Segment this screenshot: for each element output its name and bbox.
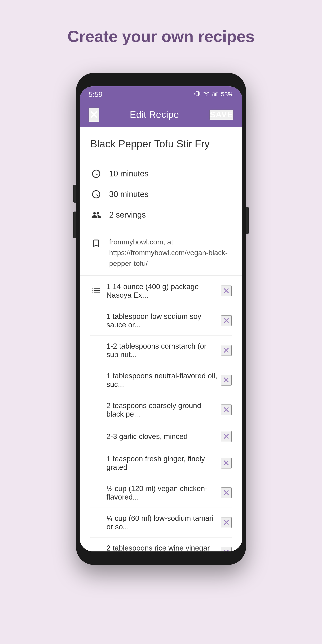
ingredient-delete-button[interactable]: ✕ — [221, 404, 232, 415]
prep-time-value: 10 minutes — [109, 169, 148, 178]
ingredient-text: 2 teaspoons coarsely ground black pe... — [106, 402, 217, 418]
ingredient-delete-button[interactable]: ✕ — [221, 488, 232, 498]
ingredient-text: 1 14-ounce (400 g) package Nasoya Ex... — [106, 282, 217, 300]
ingredient-text: 1 teaspoon fresh ginger, finely grated — [106, 454, 217, 472]
delete-icon: ✕ — [223, 548, 230, 552]
status-time: 5:59 — [88, 90, 102, 98]
delete-icon: ✕ — [223, 375, 230, 385]
servings-value: 2 servings — [109, 210, 146, 220]
ingredient-text: 1 tablespoon low sodium soy sauce or... — [106, 312, 217, 329]
bookmark-icon — [90, 238, 102, 249]
ingredient-row: 2 teaspoons coarsely ground black pe...✕ — [90, 395, 232, 425]
page-title: Create your own recipes — [68, 27, 254, 46]
phone-screen: 5:59 — [80, 86, 242, 552]
ingredient-delete-button[interactable]: ✕ — [221, 315, 232, 326]
ingredient-row: 2-3 garlic cloves, minced✕ — [90, 425, 232, 448]
ingredient-text: ½ cup (120 ml) vegan chicken-flavored... — [106, 484, 217, 501]
prep-time-icon — [90, 168, 102, 180]
vibrate-icon — [194, 90, 200, 98]
delete-icon: ✕ — [223, 458, 230, 468]
ingredient-text: ¼ cup (60 ml) low-sodium tamari or so... — [106, 514, 217, 531]
ingredient-row: 1-2 tablespoons cornstarch (or sub nut..… — [90, 336, 232, 366]
ingredient-delete-button[interactable]: ✕ — [221, 286, 232, 296]
delete-icon: ✕ — [223, 405, 230, 415]
source-section: frommybowl.com, at https://frommybowl.co… — [80, 230, 242, 276]
recipe-title-section — [80, 127, 242, 159]
power-button — [246, 207, 249, 234]
signal-icon — [212, 90, 218, 98]
ingredient-row: 1 14-ounce (400 g) package Nasoya Ex...✕ — [90, 276, 232, 306]
volume-down-button — [73, 212, 76, 238]
svg-rect-2 — [215, 92, 216, 96]
ingredient-row: 2 tablespoons rice wine vinegar (other..… — [90, 538, 232, 552]
ingredient-row: ½ cup (120 ml) vegan chicken-flavored...… — [90, 478, 232, 508]
ingredients-section: 1 14-ounce (400 g) package Nasoya Ex...✕… — [80, 276, 242, 552]
delete-icon: ✕ — [223, 488, 230, 498]
source-value: frommybowl.com, at https://frommybowl.co… — [109, 236, 232, 269]
recipe-title-input[interactable] — [90, 138, 232, 150]
ingredient-delete-button[interactable]: ✕ — [221, 375, 232, 386]
battery-indicator: 53% — [221, 91, 234, 98]
ingredient-text: 1-2 tablespoons cornstarch (or sub nut..… — [106, 342, 217, 359]
cook-time-row: 30 minutes — [90, 184, 232, 204]
svg-rect-1 — [214, 94, 215, 96]
cook-time-value: 30 minutes — [109, 190, 148, 199]
delete-icon: ✕ — [223, 316, 230, 326]
meta-section: 10 minutes 30 minutes — [80, 159, 242, 230]
status-bar: 5:59 — [80, 86, 242, 102]
svg-rect-3 — [216, 92, 217, 96]
phone-mockup: 5:59 — [76, 73, 246, 565]
cook-time-icon — [90, 188, 102, 200]
delete-icon: ✕ — [223, 518, 230, 528]
ingredient-row: 1 tablespoons neutral-flavored oil, suc.… — [90, 366, 232, 395]
ingredient-text: 1 tablespoons neutral-flavored oil, suc.… — [106, 372, 217, 389]
volume-up-button — [73, 185, 76, 202]
status-icons: 53% — [194, 90, 234, 98]
delete-icon: ✕ — [223, 432, 230, 442]
delete-icon: ✕ — [223, 286, 230, 296]
ingredient-delete-button[interactable]: ✕ — [221, 517, 232, 528]
save-button[interactable]: SAVE — [210, 110, 234, 120]
delete-icon: ✕ — [223, 346, 230, 355]
close-button[interactable]: ✕ — [88, 108, 99, 122]
app-bar-title: Edit Recipe — [130, 109, 179, 120]
wifi-icon — [203, 90, 209, 98]
ingredient-row: 1 teaspoon fresh ginger, finely grated✕ — [90, 448, 232, 478]
ingredient-text: 2-3 garlic cloves, minced — [106, 432, 217, 441]
ingredient-delete-button[interactable]: ✕ — [221, 431, 232, 442]
prep-time-row: 10 minutes — [90, 164, 232, 184]
ingredient-delete-button[interactable]: ✕ — [221, 458, 232, 468]
ingredient-text: 2 tablespoons rice wine vinegar (other..… — [106, 544, 217, 552]
servings-row: 2 servings — [90, 204, 232, 225]
screen-content: 10 minutes 30 minutes — [80, 127, 242, 552]
ingredient-delete-button[interactable]: ✕ — [221, 547, 232, 552]
ingredient-row: ¼ cup (60 ml) low-sodium tamari or so...… — [90, 508, 232, 538]
app-bar: ✕ Edit Recipe SAVE — [80, 102, 242, 127]
ingredient-delete-button[interactable]: ✕ — [221, 345, 232, 356]
ingredients-list-icon — [90, 286, 102, 296]
ingredient-row: 1 tablespoon low sodium soy sauce or...✕ — [90, 306, 232, 336]
ingredients-list: 1 14-ounce (400 g) package Nasoya Ex...✕… — [90, 276, 232, 552]
servings-icon — [90, 209, 102, 221]
svg-rect-0 — [212, 94, 213, 96]
